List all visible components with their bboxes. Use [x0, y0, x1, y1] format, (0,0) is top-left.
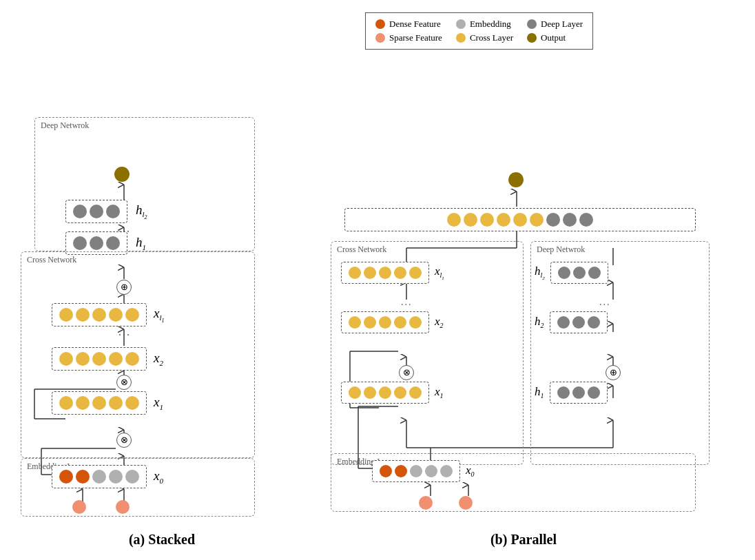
stacked-hl2-label: hl2 — [136, 203, 147, 221]
stacked-cross-dots: ··· — [118, 329, 131, 342]
stacked-x0-row: x0 — [52, 465, 163, 488]
parallel-x0-label: x0 — [466, 464, 475, 478]
parallel-deep-dots: ··· — [599, 300, 611, 311]
parallel-sparse2 — [459, 496, 473, 510]
stacked-hl2-row: hl2 — [65, 200, 147, 223]
parallel-cross-dots: ··· — [401, 300, 413, 311]
stacked-sparse1 — [72, 500, 86, 514]
parallel-x1-row: x1 — [341, 382, 444, 404]
stacked-cross-op2: ⊗ — [116, 375, 132, 390]
stacked-xl1-row: xl1 — [52, 303, 165, 326]
parallel-label: (b) Parallel — [490, 532, 557, 553]
stacked-xl1-label: xl1 — [154, 306, 165, 324]
parallel-x1-box — [341, 382, 429, 404]
stacked-x0-label: x0 — [154, 468, 163, 485]
stacked-x2-box — [52, 347, 147, 371]
stacked-x1-row: x1 — [52, 391, 163, 415]
parallel-x1-label: x1 — [435, 385, 444, 400]
parallel-combined-box — [344, 208, 696, 231]
parallel-x2-box — [341, 311, 429, 333]
parallel-x0-box — [372, 460, 460, 482]
stacked-xl1-box — [52, 303, 147, 326]
stacked-h1-label: h1 — [136, 235, 146, 251]
parallel-h2-label: h2 — [535, 315, 544, 329]
parallel-x0-row: x0 — [372, 460, 475, 482]
stacked-x2-row: x2 — [52, 347, 163, 371]
parallel-h2-row: h2 — [535, 311, 608, 333]
parallel-hl2-label: hl2 — [535, 265, 545, 281]
parallel-xl1-label: xl1 — [435, 265, 444, 281]
stacked-hl2-box — [65, 200, 127, 223]
parallel-panel: Cross Network Deep Netwrok xl1 — [324, 14, 723, 553]
parallel-diagram: Cross Network Deep Netwrok xl1 — [324, 14, 723, 529]
stacked-deep-network-label: Deep Netwrok — [41, 121, 89, 131]
parallel-sum-op: ⊕ — [606, 365, 621, 380]
parallel-combined-row — [344, 208, 696, 231]
parallel-deep-label: Deep Netwrok — [537, 245, 585, 255]
stacked-x1-label: x1 — [154, 395, 163, 411]
diagrams-container: Deep Netwrok hl2 ··· — [14, 7, 741, 553]
parallel-sparse1 — [419, 496, 433, 510]
stacked-panel: Deep Netwrok hl2 ··· — [14, 14, 310, 553]
parallel-h1-box — [550, 382, 608, 404]
parallel-output-dot — [508, 172, 524, 187]
parallel-h1-row: h1 — [535, 382, 608, 404]
parallel-cross-op: ⊗ — [399, 365, 414, 380]
parallel-h2-box — [550, 311, 608, 333]
stacked-cross-op1: ⊗ — [116, 433, 132, 448]
parallel-xl1-row: xl1 — [341, 262, 444, 284]
parallel-x2-label: x2 — [435, 315, 444, 329]
parallel-xl1-box — [341, 262, 429, 284]
stacked-sparse2 — [116, 500, 130, 514]
stacked-cross-network-label: Cross Network — [27, 255, 76, 265]
parallel-hl2-box — [550, 262, 608, 284]
stacked-x0-box — [52, 465, 147, 488]
stacked-diagram: Deep Netwrok hl2 ··· — [14, 14, 310, 529]
parallel-x2-row: x2 — [341, 311, 444, 333]
parallel-h1-label: h1 — [535, 385, 544, 400]
stacked-label: (a) Stacked — [129, 532, 195, 553]
main-container: Dense Feature Embedding Deep Layer Spars… — [0, 0, 755, 560]
parallel-cross-label: Cross Network — [337, 245, 386, 255]
stacked-x1-box — [52, 391, 147, 415]
stacked-x2-label: x2 — [154, 351, 163, 367]
parallel-hl2-row: hl2 — [535, 262, 608, 284]
